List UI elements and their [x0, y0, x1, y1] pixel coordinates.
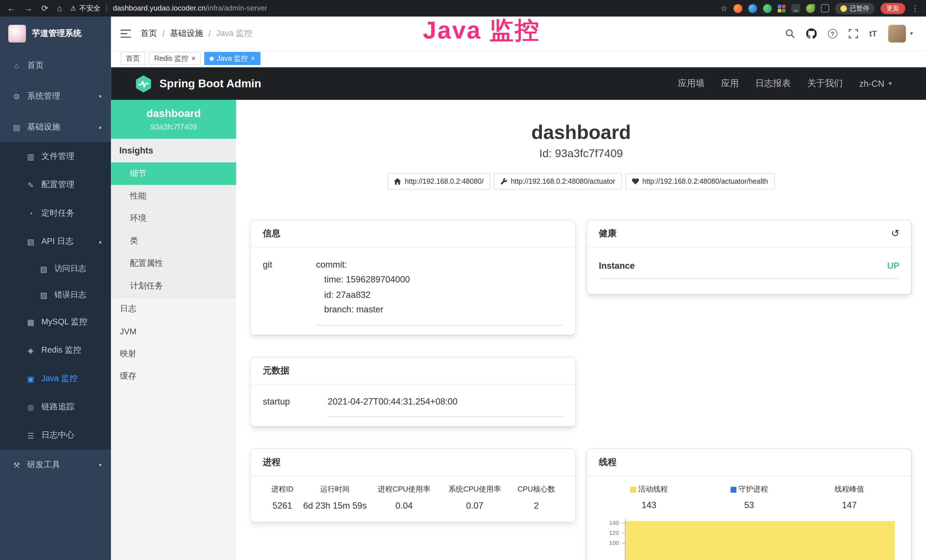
app-logo[interactable]: 芋道管理系统 [0, 17, 111, 50]
sba-menu-configprops[interactable]: 配置属性 [111, 252, 236, 275]
sidebar-item-api-log[interactable]: ▧ API 日志 ▴ [0, 227, 111, 256]
health-url-button[interactable]: http://192.168.0.2:48080/actuator/health [625, 173, 775, 190]
hamburger-icon[interactable] [111, 29, 141, 38]
legend-label: 守护进程 [738, 485, 768, 495]
grid-cell [782, 5, 785, 8]
help-icon[interactable]: ? [828, 29, 837, 38]
profile-paused-badge[interactable]: 已暂停 [835, 3, 875, 14]
forward-icon[interactable]: → [24, 3, 33, 13]
address-bar[interactable]: dashboard.yudao.iocoder.cn/infra/admin-s… [113, 4, 267, 12]
tags-view: 首页 Redis 监控 × Java 监控 × [111, 50, 926, 67]
service-url-button[interactable]: http://192.168.0.2:48080/ [387, 173, 490, 190]
bookmark-star-icon[interactable]: ☆ [721, 4, 728, 12]
sba-menu-scheduled-tasks[interactable]: 计划任务 [111, 275, 236, 297]
git-branch-line: branch: master [316, 302, 563, 317]
sidebar-item-tracing[interactable]: ◎ 链路追踪 [0, 393, 111, 421]
close-icon[interactable]: × [251, 55, 255, 62]
breadcrumb-current: Java 监控 [216, 28, 252, 38]
github-icon[interactable] [806, 28, 817, 38]
health-url: http://192.168.0.2:48080/actuator/health [642, 177, 768, 185]
extension-icon-on-switch[interactable]: on [791, 4, 800, 12]
metadata-card-body: startup 2021-04-27T00:44:31.254+08:00 [251, 384, 575, 427]
sba-nav-wallboard[interactable]: 应用墙 [678, 78, 704, 89]
breadcrumb-infra[interactable]: 基础设施 [170, 28, 203, 38]
browser-update-button[interactable]: 更新 [881, 3, 905, 14]
sidebar-item-home[interactable]: ⌂ 首页 [0, 50, 111, 81]
sidebar-menu: ⌂ 首页 ⚙ 系统管理 ▾ ▤ 基础设施 ▴ ▥ 文件管理 [0, 50, 111, 560]
extensions-puzzle-icon[interactable] [821, 4, 829, 12]
back-icon[interactable]: ← [7, 3, 15, 13]
sidebar-item-dev-tools[interactable]: ⚒ 研发工具 ▾ [0, 450, 111, 480]
sidebar-item-scheduled-jobs[interactable]: ◔ 定时任务 [0, 199, 111, 227]
grid-cell [778, 9, 781, 12]
grid-cell [778, 5, 781, 8]
sidebar-item-log-center[interactable]: ☰ 日志中心 [0, 421, 111, 449]
sidebar-item-label: Java 监控 [41, 374, 77, 384]
font-size-icon[interactable]: tT [869, 29, 877, 38]
tab-java-monitor[interactable]: Java 监控 × [204, 52, 260, 65]
close-icon[interactable]: × [191, 55, 196, 62]
sba-menu-metrics[interactable]: 性能 [111, 185, 236, 207]
heartbeat-icon [632, 178, 639, 185]
tab-home[interactable]: 首页 [120, 52, 145, 65]
sidebar-item-label: 链路追踪 [41, 402, 74, 412]
sidebar-item-mysql-monitor[interactable]: ▦ MySQL 监控 [0, 308, 111, 336]
process-card-body: 进程ID 5261 运行时间 6d 23h 15m 59s [251, 477, 575, 523]
status-badge: UP [887, 260, 899, 271]
metadata-key: startup [263, 388, 328, 417]
sidebar-item-infra[interactable]: ▤ 基础设施 ▴ [0, 112, 111, 142]
avatar-caret-icon[interactable]: ▾ [910, 30, 913, 37]
instance-header[interactable]: dashboard 93a3fc7f7409 [111, 100, 236, 139]
sidebar-item-config-manage[interactable]: ✎ 配置管理 [0, 171, 111, 199]
security-indicator[interactable]: ⚠ 不安全 [70, 3, 100, 13]
search-icon[interactable] [785, 29, 795, 38]
instance-name: dashboard [111, 107, 236, 120]
legend-live-threads: 活动线程 143 [599, 485, 699, 510]
legend-swatch-yellow [630, 487, 636, 493]
doc-icon: ▨ [39, 265, 48, 273]
sidebar-item-access-log[interactable]: ▨ 访问日志 [0, 256, 111, 282]
sidebar-item-java-monitor[interactable]: ▣ Java 监控 [0, 365, 111, 393]
sba-nav-about[interactable]: 关于我们 [807, 78, 843, 89]
locale-selector[interactable]: zh-CN ▾ [859, 79, 892, 88]
sba-menu-jvm[interactable]: JVM [111, 320, 236, 343]
extension-icon-grid[interactable] [778, 5, 785, 12]
sidebar-item-label: 日志中心 [41, 430, 74, 441]
sidebar-item-error-log[interactable]: ▨ 错误日志 [0, 282, 111, 308]
history-icon[interactable]: ↺ [891, 229, 899, 239]
actuator-url-button[interactable]: http://192.168.0.2:48080/actuator [494, 173, 622, 190]
fullscreen-icon[interactable] [849, 29, 858, 38]
extension-icon-fox[interactable] [734, 4, 742, 12]
doc-icon: ▨ [39, 291, 48, 299]
metadata-card-title: 元数据 [251, 357, 575, 384]
sba-menu-classes[interactable]: 类 [111, 230, 236, 253]
extension-icon-leaf[interactable] [806, 4, 815, 12]
breadcrumb-home[interactable]: 首页 [141, 28, 157, 38]
user-avatar[interactable] [888, 24, 906, 42]
extension-icon-drop[interactable] [748, 4, 757, 12]
health-instance-row[interactable]: Instance UP [599, 251, 899, 279]
sba-menu-environment[interactable]: 环境 [111, 207, 236, 230]
extension-icon-green[interactable] [763, 4, 772, 12]
sidebar-item-file-manage[interactable]: ▥ 文件管理 [0, 142, 111, 171]
browser-menu-icon[interactable]: ⋮ [911, 4, 919, 12]
git-id-line: id: 27aa832 [316, 287, 563, 302]
sba-menu-details[interactable]: 细节 [111, 162, 236, 185]
legend-peak-threads: 线程峰值 147 [799, 485, 899, 510]
sidebar-item-redis-monitor[interactable]: ◈ Redis 监控 [0, 336, 111, 364]
sba-menu-mappings[interactable]: 映射 [111, 343, 236, 365]
home-icon[interactable]: ⌂ [57, 3, 62, 13]
reload-icon[interactable]: ⟳ [41, 3, 48, 13]
sba-nav-journal[interactable]: 日志报表 [755, 78, 791, 89]
sba-menu-caches[interactable]: 缓存 [111, 365, 236, 388]
health-card-title: 健康 ↺ [587, 220, 911, 247]
sba-nav-applications[interactable]: 应用 [721, 78, 738, 89]
legend-label: 活动线程 [638, 485, 668, 495]
sba-menu-logs[interactable]: 日志 [111, 298, 236, 320]
sidebar-item-system[interactable]: ⚙ 系统管理 ▾ [0, 81, 111, 112]
url-host: dashboard.yudao.iocoder.cn [113, 4, 206, 12]
sba-brand[interactable]: Spring Boot Admin [135, 75, 261, 92]
sba-sidebar: dashboard 93a3fc7f7409 Insights 细节 性能 环境… [111, 100, 236, 560]
chart-plot-area [625, 519, 895, 560]
tab-redis-monitor[interactable]: Redis 监控 × [149, 52, 201, 65]
